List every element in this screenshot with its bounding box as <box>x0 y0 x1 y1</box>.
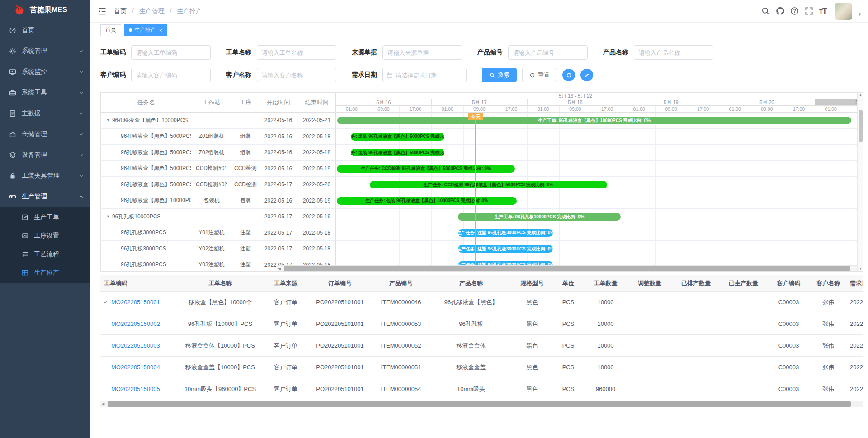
reset-button[interactable]: 重置 <box>522 68 557 82</box>
product-code-input[interactable] <box>508 45 588 60</box>
search-button[interactable]: 搜索 <box>482 68 517 82</box>
order-code-cell[interactable]: MO202205150004 <box>100 364 177 371</box>
close-tab-icon[interactable]: × <box>159 28 162 33</box>
order-row[interactable]: MO202205150001移液盒【黑色】10000个客户订单PO2022051… <box>100 292 863 313</box>
gantt-vertical-scrollbar[interactable]: ▲ ▼ <box>857 93 863 271</box>
work-order-bar[interactable]: 生产工单: 96孔移液盒【黑色】10000PCS 完成比例: 0% <box>337 117 851 124</box>
scroll-left-icon[interactable]: ◀ <box>278 266 281 272</box>
task-bar[interactable]: 生产任务: 组装 96孔移液盒【黑色】5000PCS 完成比例: 0% <box>351 133 444 141</box>
gantt-horizontal-scrollbar[interactable]: ◀ <box>277 265 857 271</box>
sidebar-subitem[interactable]: 生产排产 <box>0 264 90 282</box>
task-bar[interactable]: 生产任务: 注塑 96孔孔板3000PCS 完成比例: 0% <box>458 261 553 266</box>
breadcrumb-production[interactable]: 生产管理 <box>139 7 165 14</box>
order-code-cell[interactable]: MO202205150003 <box>100 342 177 349</box>
gantt-task-row[interactable]: 96孔孔板3000PCSY01注塑机注塑2022-05-172022-05-18 <box>101 225 335 241</box>
gantt-task-row[interactable]: 96孔移液盒【黑色】5000PCSCCD检测#01CCD检测2022-05-16… <box>101 161 335 177</box>
gantt-task-row[interactable]: ▼96孔孔板10000PCS2022-05-172022-05-19 <box>101 209 335 225</box>
sidebar-subitem[interactable]: 工艺流程 <box>0 245 90 264</box>
scroll-up-icon[interactable]: ▲ <box>858 93 863 97</box>
sidebar-item[interactable]: 系统管理 <box>0 41 90 61</box>
field-label: 需求日期 <box>352 71 377 79</box>
order-cell: PCS <box>552 364 584 371</box>
process-cell: 包装 <box>232 197 259 204</box>
sidebar-item[interactable]: 工装夹具管理 <box>0 165 90 186</box>
order-code-link[interactable]: MO202205150003 <box>111 342 160 349</box>
search-icon[interactable] <box>761 7 770 15</box>
task-bar[interactable]: 生产任务: 注塑 96孔孔板3000PCS 完成比例: 0% <box>458 229 553 237</box>
gantt-task-row[interactable]: 96孔孔板3000PCSY02注塑机注塑2022-05-172022-05-18 <box>101 241 335 257</box>
source-doc-input[interactable] <box>382 45 462 60</box>
expand-icon[interactable]: ▼ <box>106 214 110 219</box>
sidebar-item[interactable]: 系统监控 <box>0 61 90 82</box>
github-icon[interactable] <box>776 7 784 15</box>
orders-col-header: 产品名称 <box>430 279 512 287</box>
orders-col-header: 单位 <box>552 279 584 287</box>
order-cell: 96孔移液盒【黑色】 <box>430 298 512 306</box>
demand-date-input[interactable] <box>396 72 462 79</box>
customer-name-input[interactable] <box>257 68 336 82</box>
sidebar-item[interactable]: 首页 <box>0 20 90 41</box>
order-code-link[interactable]: MO202205150001 <box>111 299 160 306</box>
sidebar-item-label: 仓储管理 <box>22 130 47 138</box>
sidebar-item[interactable]: 设备管理 <box>0 145 90 165</box>
scroll-left-icon[interactable]: ◀ <box>102 401 104 407</box>
breadcrumb-home[interactable]: 首页 <box>114 7 127 14</box>
scrollbar-thumb[interactable] <box>108 401 851 407</box>
task-name-text: 96孔孔板3000PCS <box>121 229 166 236</box>
sidebar-item[interactable]: 系统工具 <box>0 82 90 103</box>
demand-date-picker[interactable] <box>382 68 467 82</box>
task-bar[interactable]: 生产任务: 包装 96孔移液盒【黑色】10000PCS 完成比例: 0% <box>337 197 517 205</box>
help-icon[interactable]: ? <box>790 7 799 15</box>
scrollbar-thumb[interactable] <box>859 110 863 142</box>
scroll-down-icon[interactable]: ▼ <box>858 267 863 271</box>
gantt-task-row[interactable]: 96孔移液盒【黑色】5000PCSZ01组装机组装2022-05-162022-… <box>101 129 335 145</box>
sidebar-item[interactable]: 生产管理 <box>0 186 90 207</box>
order-row[interactable]: MO20220515000510mm吸头【960000】PCS客户订单PO202… <box>100 378 863 400</box>
refresh-gantt-button[interactable] <box>562 69 575 81</box>
chevron-down-icon[interactable] <box>102 299 108 305</box>
gantt-task-row[interactable]: 96孔移液盒【黑色】10000PCS包装机包装2022-05-162022-05… <box>101 193 335 209</box>
gantt-task-row[interactable]: ▼96孔移液盒【黑色】10000PCS2022-05-162022-05-21 <box>101 113 335 129</box>
sidebar-item[interactable]: 主数据 <box>0 103 90 124</box>
fullscreen-icon[interactable] <box>805 7 813 15</box>
scrollbar-thumb[interactable] <box>284 266 850 271</box>
work-order-code-input[interactable] <box>131 45 211 60</box>
layers-icon <box>9 151 16 159</box>
order-code-link[interactable]: MO202205150002 <box>111 320 160 327</box>
user-dropdown-caret-icon[interactable]: ▾ <box>858 11 861 17</box>
gantt-task-row[interactable]: 96孔移液盒【黑色】5000PCSZ02组装机组装2022-05-162022-… <box>101 145 335 161</box>
order-code-cell[interactable]: MO202205150002 <box>100 320 177 327</box>
work-order-name-input[interactable] <box>257 45 336 60</box>
order-row[interactable]: MO20220515000296孔孔板【10000】PCS客户订单PO20220… <box>100 313 863 335</box>
orders-horizontal-scrollbar[interactable]: ◀ <box>100 401 863 407</box>
tab-scheduling[interactable]: 生产排产 × <box>124 24 167 36</box>
sidebar-item[interactable]: 仓储管理 <box>0 124 90 145</box>
task-bar[interactable]: 生产任务: 组装 96孔移液盒【黑色】5000PCS 完成比例: 0% <box>351 149 444 156</box>
edit-schedule-button[interactable] <box>580 69 593 81</box>
gantt-task-row[interactable]: 96孔移液盒【黑色】5000PCSCCD检测#02CCD检测2022-05-17… <box>101 177 335 193</box>
breadcrumb-scheduling[interactable]: 生产排产 <box>177 7 202 14</box>
tab-home[interactable]: 首页 <box>100 24 121 36</box>
order-code-cell[interactable]: MO202205150005 <box>100 386 177 392</box>
order-code-link[interactable]: MO202205150005 <box>111 386 160 392</box>
font-size-icon[interactable]: тT <box>819 7 827 16</box>
task-bar[interactable]: 生产任务: CCD检测 96孔移液盒【黑色】5000PCS 完成比例: 0% <box>337 165 515 173</box>
sidebar-subitem[interactable]: 生产工单 <box>0 208 90 226</box>
orders-col-header: 工单名称 <box>177 279 263 287</box>
order-row[interactable]: MO202205150003移液盒盒体【10000】PCS客户订单PO20220… <box>100 335 863 357</box>
hour-header-cell: 09:00 <box>560 106 592 112</box>
order-code-link[interactable]: MO202205150004 <box>111 364 160 371</box>
order-row[interactable]: MO202205150004移液盒盒盖【10000】PCS客户订单PO20220… <box>100 357 863 378</box>
order-code-cell[interactable]: MO202205150001 <box>100 299 177 306</box>
customer-code-input[interactable] <box>131 68 211 82</box>
sidebar-subitem[interactable]: 工序设置 <box>0 226 90 245</box>
product-name-input[interactable] <box>634 45 713 60</box>
task-bar[interactable]: 生产任务: CCD检测 96孔移液盒【黑色】5000PCS 完成比例: 0% <box>370 181 607 188</box>
avatar[interactable] <box>835 3 852 20</box>
task-bar[interactable]: 生产任务: 注塑 96孔孔板3000PCS 完成比例: 0% <box>458 245 553 253</box>
logo-rose-icon <box>14 4 25 16</box>
work-order-bar[interactable]: 生产工单: 96孔孔板10000PCS 完成比例: 0% <box>458 213 621 221</box>
collapse-sidebar-icon[interactable] <box>98 7 107 16</box>
gantt-bar-row: 生产任务: CCD检测 96孔移液盒【黑色】5000PCS 完成比例: 0% <box>336 161 863 177</box>
expand-icon[interactable]: ▼ <box>106 118 110 122</box>
